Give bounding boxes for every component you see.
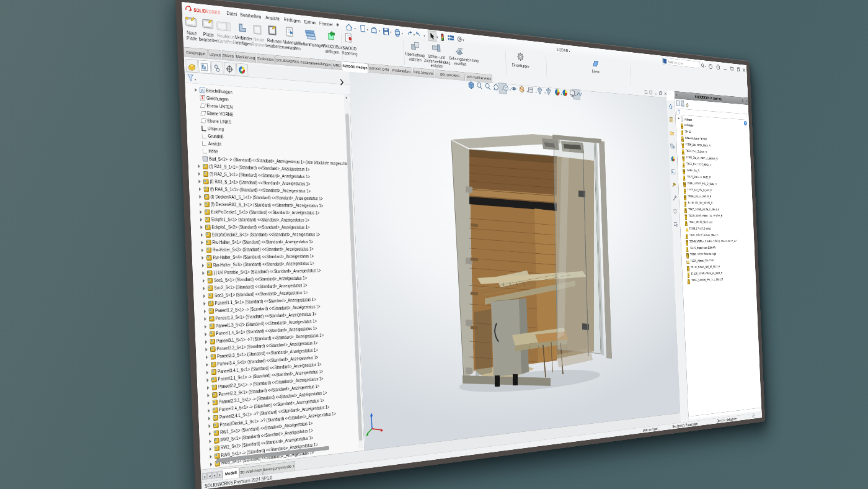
svg-text:▾: ▾ (561, 92, 562, 96)
svg-text:◄: ◄ (203, 475, 206, 479)
svg-text:▾: ▾ (526, 90, 528, 93)
svg-text:►: ► (213, 473, 216, 478)
svg-text:▾: ▾ (544, 91, 546, 94)
svg-text:▾: ▾ (536, 91, 537, 94)
svg-text:►: ► (218, 473, 221, 477)
svg-text:◄: ◄ (208, 474, 211, 478)
svg-text:▾: ▾ (510, 88, 511, 91)
svg-text:▾: ▾ (575, 94, 577, 97)
